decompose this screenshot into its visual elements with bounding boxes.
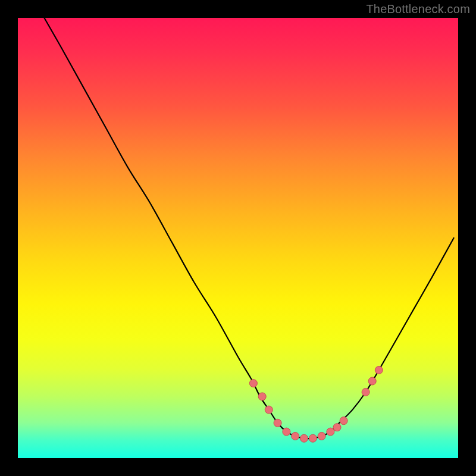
- data-marker: [318, 433, 325, 440]
- data-marker: [375, 367, 383, 374]
- data-markers: [249, 367, 383, 443]
- data-marker: [283, 428, 290, 436]
- data-marker: [265, 406, 273, 414]
- data-marker: [258, 393, 266, 400]
- data-marker: [340, 417, 347, 425]
- chart-plot-area: [18, 18, 458, 458]
- data-marker: [274, 419, 281, 427]
- attribution-label: TheBottleneck.com: [366, 2, 470, 16]
- data-marker: [300, 434, 308, 442]
- data-marker: [333, 424, 341, 431]
- data-marker: [249, 380, 257, 387]
- chart-svg: [18, 18, 458, 458]
- data-marker: [362, 389, 369, 396]
- data-marker: [292, 433, 299, 440]
- data-marker: [327, 428, 334, 436]
- data-marker: [368, 377, 376, 385]
- data-marker: [309, 434, 317, 442]
- bottleneck-curve: [44, 18, 453, 439]
